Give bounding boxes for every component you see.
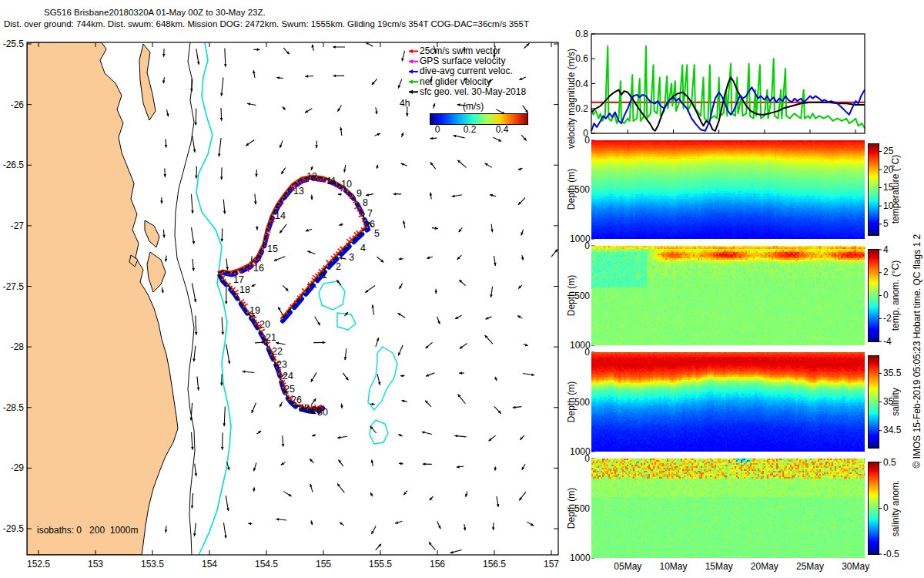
legend-item: sfc geo. vel. 30-May-2018	[420, 87, 526, 97]
dive-number-label: 15	[267, 244, 278, 254]
map-lat-tick-label: -27.5	[0, 282, 24, 292]
map-lat-tick-label: -26	[0, 100, 24, 110]
dive-number-label: 6	[370, 219, 375, 230]
salinity-anomaly-colorbar	[868, 462, 879, 555]
date-x-tick-label: 15May	[699, 562, 739, 572]
legend-cbar-tick-label: 0	[428, 125, 447, 135]
swim-vector-tick	[267, 231, 271, 232]
map-lat-tick-label: -28	[0, 342, 24, 352]
dive-number-label: 4	[360, 243, 366, 254]
salinity-colorbar	[868, 355, 879, 449]
dive-number-label: 20	[259, 319, 270, 330]
map-lon-tick-label: 153	[80, 560, 111, 570]
temperature-section-heatmap	[591, 140, 865, 239]
swim-vector-tick	[320, 178, 321, 182]
dive-number-label: 7	[367, 208, 373, 219]
map-lat-tick-label: -28.5	[0, 403, 24, 413]
swim-vector-tick	[266, 234, 270, 235]
dive-number-label: 12	[306, 171, 317, 182]
depth-axis-label: Depth (m)	[567, 128, 577, 251]
dive-number-label: 25	[284, 384, 295, 395]
dive-number-label: 24	[283, 371, 293, 381]
temp-anomaly-colorbar	[868, 249, 879, 342]
map-lon-tick-label: 156.5	[479, 560, 510, 570]
swim-vector-tick	[265, 240, 268, 240]
colorbar-axis-label: temperature (°C)	[891, 132, 901, 247]
date-x-tick-label: 20May	[745, 562, 785, 572]
map-lat-tick-label: -26.5	[0, 160, 24, 170]
isobaths-note: isobaths: 0 200 1000m	[37, 525, 138, 536]
depth-axis-label: Depth (m)	[567, 446, 577, 570]
depth-axis-label: Depth (m)	[567, 234, 577, 357]
velocity-y-tick-label: 0.4	[570, 79, 588, 89]
dive-number-label: 19	[249, 305, 260, 316]
map-lat-tick-label: -27	[0, 221, 24, 231]
dive-number-label: 30	[317, 407, 328, 418]
mission-stats-subtitle: Dist. over ground: 744km. Dist. swum: 64…	[4, 19, 529, 29]
colorbar-axis-label: salinity anom.	[891, 450, 901, 566]
legend-item: dive-avg current veloc.	[420, 66, 526, 76]
imos-credit: © IMOS 15-Feb-2019 05:05:23 Hobart time.…	[912, 334, 922, 469]
dive-number-label: 23	[276, 359, 287, 370]
legend-colorbar-title: (m/s)	[463, 101, 484, 112]
date-x-tick-label: 05May	[608, 562, 648, 572]
depth-axis-label: Depth (m)	[567, 340, 577, 463]
dive-number-label: 8	[363, 197, 368, 208]
map-lon-tick-label: 153.5	[137, 560, 168, 570]
legend-velocity-colorbar	[430, 113, 528, 125]
dive-number-label: 18	[239, 284, 250, 295]
map-lat-tick-label: -25.5	[0, 39, 24, 49]
velocity-y-tick-label: 0.6	[570, 54, 588, 64]
date-x-tick-label: 30May	[835, 562, 875, 572]
date-x-tick-label: 25May	[790, 562, 830, 572]
date-x-tick-label: 10May	[654, 562, 694, 572]
dive-number-label: 1	[322, 270, 327, 281]
map-lon-tick-label: 154	[194, 560, 225, 570]
seaglider-mission-dashboard: { "labels": { "title1": "SG516 Brisbane2…	[0, 0, 924, 578]
dive-number-label: 21	[266, 332, 276, 343]
map-lat-tick-label: -29.5	[0, 524, 24, 534]
dive-number-label: 2	[336, 261, 341, 272]
map-lon-tick-label: 152.5	[23, 560, 54, 570]
legend-time-interval-label: 4h	[400, 98, 410, 109]
map-lon-tick-label: 155.5	[365, 560, 396, 570]
map-lon-tick-label: 157	[536, 560, 567, 570]
dive-number-label: 22	[272, 346, 283, 357]
colorbar-axis-label: temp. anom. (°C)	[891, 237, 901, 353]
dive-number-label: 10	[341, 179, 352, 190]
dive-number-label: 9	[357, 188, 362, 199]
salinity-anomaly-section-heatmap	[591, 459, 865, 558]
legend-item: net glider velocity	[420, 77, 526, 87]
map-lon-tick-label: 156	[422, 560, 453, 570]
map-lat-tick-label: -29	[0, 463, 24, 473]
dive-number-label: 14	[275, 210, 286, 221]
dive-number-label: 13	[293, 186, 304, 197]
dive-number-label: 3	[349, 252, 354, 263]
salinity-section-heatmap	[591, 352, 865, 452]
map-legend: 25cm/s swim vectorGPS surface velocitydi…	[420, 46, 526, 97]
swim-vector-tick	[323, 178, 323, 182]
colorbar-axis-label: salinity	[891, 344, 901, 459]
temperature-colorbar	[868, 143, 879, 236]
map-lon-tick-label: 154.5	[251, 560, 282, 570]
dive-number-label: 17	[233, 274, 244, 285]
page-title: SG516 Brisbane20180320A 01-May 00Z to 30…	[44, 8, 266, 18]
map-lon-tick-label: 155	[308, 560, 339, 570]
dive-number-label: 16	[253, 263, 264, 274]
legend-cbar-tick-label: 0.2	[460, 125, 479, 135]
legend-cbar-tick-label: 0.4	[493, 125, 511, 135]
temp-anomaly-section-heatmap	[591, 246, 865, 345]
swim-vector-tick	[362, 218, 363, 219]
dive-number-label: 5	[374, 228, 380, 239]
dive-number-label: 11	[326, 176, 336, 187]
velocity-y-tick-label: 0.8	[570, 29, 588, 39]
velocity-y-tick-label: 0.2	[570, 104, 588, 114]
